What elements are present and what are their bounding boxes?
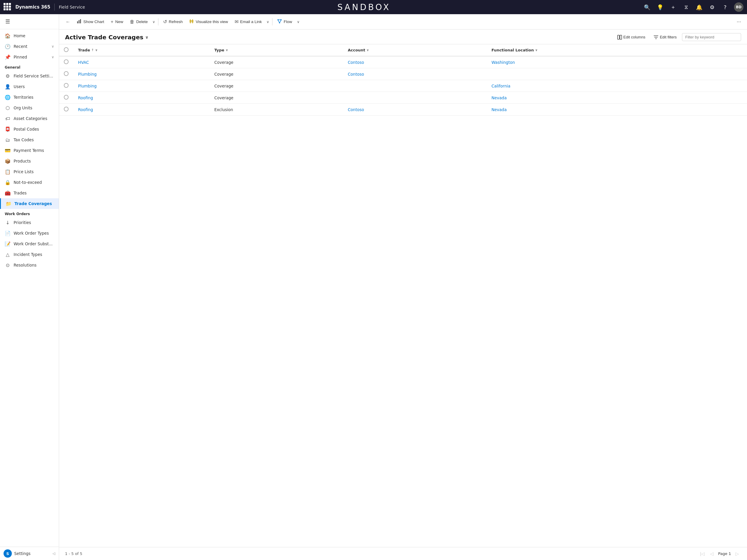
keyword-filter-input[interactable] (682, 33, 741, 41)
row-select-cell[interactable] (59, 68, 73, 80)
sidebar-item-trades[interactable]: 🧰 Trades (0, 188, 59, 198)
settings-icon[interactable]: ⚙ (708, 3, 716, 11)
sidebar-item-asset-categories[interactable]: 🏷 Asset Categories (0, 113, 59, 124)
functional-location-link[interactable]: California (491, 84, 510, 88)
sidebar-item-label: Recent (14, 44, 49, 49)
help-icon[interactable]: ? (721, 3, 729, 11)
type-column-header[interactable]: Type ∨ (209, 44, 343, 56)
trade-link[interactable]: Roofing (78, 96, 93, 100)
sidebar-item-territories[interactable]: 🌐 Territories (0, 92, 59, 103)
content-area: ← Show Chart + New 🗑 Delete ∨ ↺ Refresh (59, 14, 747, 560)
sidebar-item-field-service-settings[interactable]: ⚙ Field Service Setti... (0, 71, 59, 81)
sidebar-collapse-button[interactable]: ☰ (3, 17, 12, 27)
account-column-header[interactable]: Account ∨ (343, 44, 487, 56)
view-title-chevron-icon[interactable]: ∨ (145, 35, 148, 40)
sidebar-item-not-to-exceed[interactable]: 🔒 Not-to-exceed (0, 177, 59, 188)
table-row: Roofing Exclusion Contoso Nevada (59, 104, 747, 116)
user-avatar[interactable]: BD (734, 2, 744, 12)
price-lists-icon: 📋 (5, 169, 11, 175)
row-checkbox[interactable] (64, 95, 69, 100)
sidebar-item-org-units[interactable]: ⬡ Org Units (0, 103, 59, 113)
add-icon[interactable]: ＋ (669, 3, 677, 11)
settings-label[interactable]: Settings (14, 551, 30, 556)
brand-name[interactable]: Dynamics 365 (16, 4, 50, 10)
sidebar-item-payment-terms[interactable]: 💳 Payment Terms (0, 145, 59, 156)
waffle-menu[interactable] (3, 3, 12, 11)
sidebar-item-recent[interactable]: 🕐 Recent ∨ (0, 41, 59, 52)
account-cell: Contoso (343, 104, 487, 116)
new-label: New (115, 20, 123, 24)
trade-column-header[interactable]: Trade ↑ ∨ (73, 44, 209, 56)
bell-icon[interactable]: 🔔 (695, 3, 703, 11)
sidebar-item-users[interactable]: 👤 Users (0, 81, 59, 92)
visualize-button[interactable]: Visualize this view (186, 17, 231, 27)
sidebar-item-priorities[interactable]: ↓ Priorities (0, 217, 59, 228)
functional-location-link[interactable]: Nevada (491, 96, 507, 100)
select-all-column[interactable] (59, 44, 73, 56)
trade-link[interactable]: Plumbing (78, 84, 97, 88)
row-checkbox[interactable] (64, 83, 69, 88)
trade-link[interactable]: HVAC (78, 60, 89, 65)
new-icon: + (111, 19, 113, 25)
trade-link[interactable]: Plumbing (78, 72, 97, 77)
back-button[interactable]: ← (63, 18, 73, 26)
row-select-cell[interactable] (59, 104, 73, 116)
trades-icon: 🧰 (5, 190, 11, 196)
sidebar-item-label: Price Lists (14, 169, 54, 174)
account-link[interactable]: Contoso (348, 72, 364, 77)
row-checkbox[interactable] (64, 107, 69, 111)
account-link[interactable]: Contoso (348, 107, 364, 112)
email-link-dropdown-button[interactable]: ∨ (265, 18, 271, 26)
sidebar-item-postal-codes[interactable]: 📮 Postal Codes (0, 124, 59, 134)
row-select-cell[interactable] (59, 92, 73, 104)
sidebar-item-trade-coverages[interactable]: 📁 Trade Coverages (0, 198, 59, 209)
sidebar-item-work-order-subst[interactable]: 📝 Work Order Subst... (0, 238, 59, 249)
sidebar-item-resolutions[interactable]: ⊙ Resolutions (0, 260, 59, 271)
sidebar: ☰ 🏠 Home 🕐 Recent ∨ 📌 Pinned ∨ General ⚙ (0, 14, 59, 560)
row-checkbox[interactable] (64, 71, 69, 76)
sidebar-item-pinned[interactable]: 📌 Pinned ∨ (0, 52, 59, 62)
command-bar: ← Show Chart + New 🗑 Delete ∨ ↺ Refresh (59, 14, 747, 29)
row-select-cell[interactable] (59, 56, 73, 68)
sidebar-item-tax-codes[interactable]: 🗂 Tax Codes (0, 134, 59, 145)
account-sort-icon: ∨ (366, 48, 369, 52)
edit-filters-button[interactable]: Edit filters (651, 33, 679, 41)
main-layout: ☰ 🏠 Home 🕐 Recent ∨ 📌 Pinned ∨ General ⚙ (0, 14, 747, 560)
delete-button[interactable]: 🗑 Delete (127, 18, 151, 26)
svg-rect-0 (77, 21, 78, 23)
select-all-checkbox[interactable] (64, 47, 69, 52)
functional-location-link[interactable]: Washington (491, 60, 515, 65)
row-select-cell[interactable] (59, 80, 73, 92)
refresh-button[interactable]: ↺ Refresh (160, 17, 186, 26)
flow-button[interactable]: Flow (274, 17, 295, 27)
trade-cell: Plumbing (73, 80, 209, 92)
trade-cell: Roofing (73, 92, 209, 104)
trade-link[interactable]: Roofing (78, 107, 93, 112)
functional-location-link[interactable]: Nevada (491, 107, 507, 112)
row-checkbox[interactable] (64, 59, 69, 64)
postal-codes-icon: 📮 (5, 126, 11, 132)
pager-first-button[interactable]: |◁ (698, 550, 707, 558)
search-icon[interactable]: 🔍 (643, 3, 651, 11)
delete-dropdown-button[interactable]: ∨ (151, 18, 156, 26)
show-chart-button[interactable]: Show Chart (74, 17, 107, 27)
sidebar-item-price-lists[interactable]: 📋 Price Lists (0, 167, 59, 177)
sidebar-item-work-order-types[interactable]: 📄 Work Order Types (0, 228, 59, 238)
email-link-button[interactable]: ✉ Email a Link (232, 17, 265, 26)
sidebar-item-products[interactable]: 📦 Products (0, 156, 59, 167)
lightbulb-icon[interactable]: 💡 (656, 3, 664, 11)
filter-icon[interactable]: ⧖ (682, 3, 690, 11)
module-name[interactable]: Field Service (59, 5, 85, 9)
edit-columns-button[interactable]: Edit columns (614, 33, 648, 41)
settings-chevron[interactable]: ◁ (53, 552, 55, 556)
flow-dropdown-button[interactable]: ∨ (296, 18, 301, 26)
functional-location-column-header[interactable]: Functional Location ∨ (487, 44, 747, 56)
new-button[interactable]: + New (108, 18, 126, 26)
pager-next-button[interactable]: ▷ (733, 550, 741, 558)
more-options-button[interactable]: ··· (734, 17, 744, 27)
sidebar-item-home[interactable]: 🏠 Home (0, 30, 59, 41)
account-link[interactable]: Contoso (348, 60, 364, 65)
pager-prev-button[interactable]: ◁ (708, 550, 716, 558)
payment-terms-icon: 💳 (5, 148, 11, 153)
sidebar-item-incident-types[interactable]: △ Incident Types (0, 249, 59, 260)
